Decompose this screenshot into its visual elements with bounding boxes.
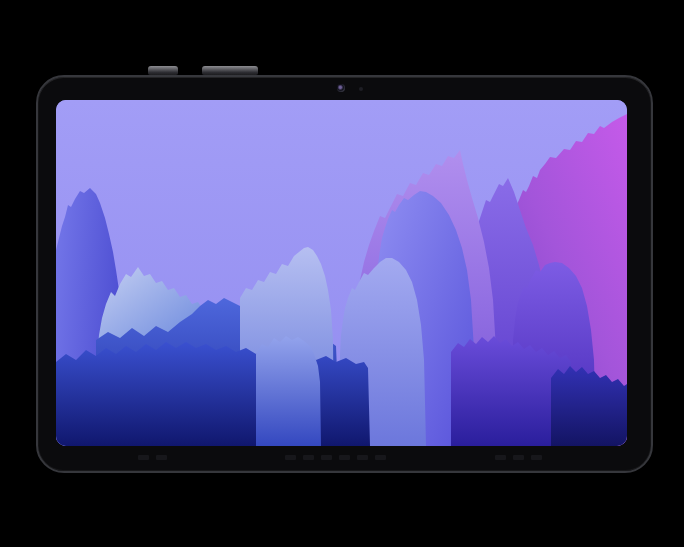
steel-fold (256, 336, 321, 446)
bottom-grille-center (285, 455, 386, 460)
product-photo-stage (0, 0, 684, 547)
tablet-device (36, 75, 653, 473)
power-button (148, 66, 178, 75)
tablet-screen (56, 100, 627, 446)
volume-rocker-button (202, 66, 258, 75)
light-sensor-icon (359, 87, 363, 91)
front-left-folds (56, 342, 370, 446)
front-camera-icon (337, 84, 345, 92)
bottom-grille-right (495, 455, 542, 460)
bottom-grille-left (138, 455, 167, 460)
wallpaper-art (56, 100, 627, 446)
